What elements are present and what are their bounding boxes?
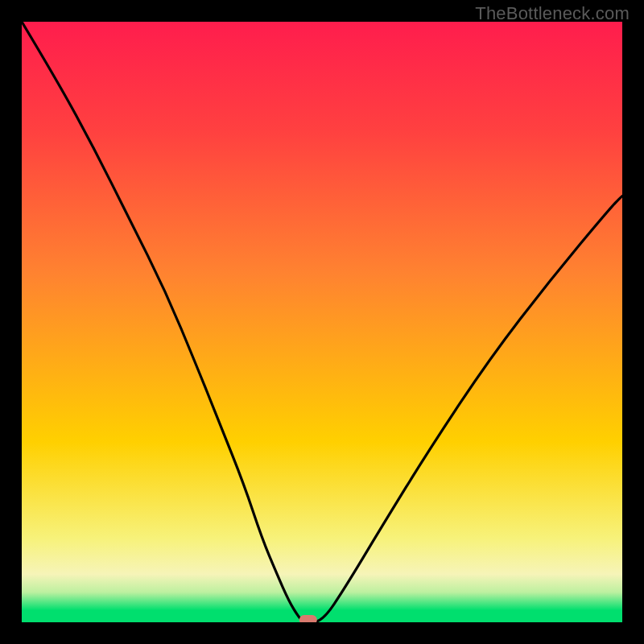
min-marker — [299, 615, 317, 622]
curve-path — [22, 22, 622, 622]
bottleneck-curve — [22, 22, 622, 622]
chart-frame: TheBottleneck.com — [0, 0, 644, 644]
plot-area — [22, 22, 622, 622]
